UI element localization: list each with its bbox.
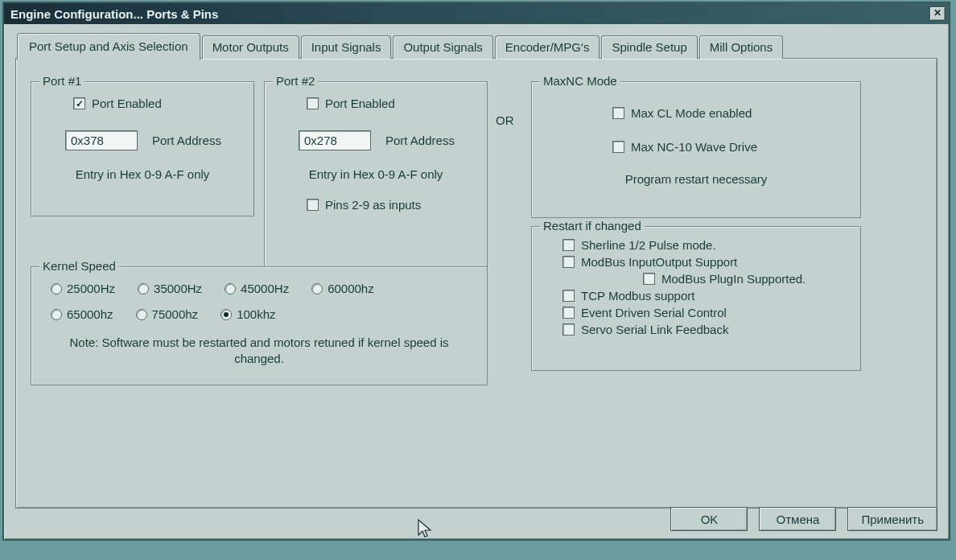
restart-sherline-label: Sherline 1/2 Pulse mode. bbox=[581, 238, 716, 252]
maxnc-wave-drive-row[interactable]: Max NC-10 Wave Drive bbox=[612, 140, 757, 154]
checkbox-icon bbox=[643, 273, 655, 285]
kernel-radio-75000[interactable]: 75000hz bbox=[136, 307, 199, 321]
groupbox-restart: Restart if changed Sherline 1/2 Pulse mo… bbox=[531, 226, 861, 371]
checkbox-icon bbox=[612, 107, 624, 119]
kernel-radio-100k[interactable]: 100khz bbox=[220, 307, 275, 321]
legend-kernel: Kernel Speed bbox=[39, 259, 119, 273]
port1-enabled-row[interactable]: ✓ Port Enabled bbox=[73, 97, 162, 110]
maxnc-wave-drive-label: Max NC-10 Wave Drive bbox=[631, 140, 757, 154]
restart-servo-serial-row[interactable]: Servo Serial Link Feedback bbox=[562, 323, 852, 336]
ok-button[interactable]: OK bbox=[670, 507, 748, 531]
checkbox-icon bbox=[612, 141, 624, 153]
legend-maxnc: MaxNC Mode bbox=[540, 74, 620, 88]
close-button[interactable]: ✕ bbox=[929, 6, 946, 21]
restart-tcp-modbus-label: TCP Modbus support bbox=[581, 289, 694, 303]
port2-address-label: Port Address bbox=[385, 134, 455, 147]
tab-row: Port Setup and Axis Selection Motor Outp… bbox=[17, 32, 937, 59]
maxnc-cl-mode-row[interactable]: Max CL Mode enabled bbox=[612, 106, 752, 120]
dialog-button-row: OK Отмена Применить bbox=[670, 507, 937, 531]
cancel-button[interactable]: Отмена bbox=[759, 507, 836, 531]
checkbox-icon bbox=[307, 199, 319, 211]
tab-port-setup[interactable]: Port Setup and Axis Selection bbox=[17, 33, 200, 60]
restart-modbus-io-label: ModBus InputOutput Support bbox=[581, 255, 737, 269]
checkbox-icon bbox=[562, 290, 575, 302]
checkbox-icon bbox=[562, 307, 575, 319]
dialog-window: Engine Configuration... Ports & Pins ✕ P… bbox=[2, 2, 950, 541]
radio-icon bbox=[51, 283, 62, 294]
legend-port2: Port #2 bbox=[273, 74, 318, 88]
groupbox-port2: Port #2 Port Enabled Port Address Entry … bbox=[264, 81, 488, 268]
port1-hex-hint: Entry in Hex 0-9 A-F only bbox=[31, 167, 253, 181]
radio-icon bbox=[220, 309, 232, 320]
restart-sherline-row[interactable]: Sherline 1/2 Pulse mode. bbox=[562, 238, 852, 252]
restart-modbus-io-row[interactable]: ModBus InputOutput Support bbox=[562, 255, 852, 269]
restart-event-serial-row[interactable]: Event Driven Serial Control bbox=[562, 306, 852, 319]
titlebar: Engine Configuration... Ports & Pins ✕ bbox=[4, 3, 949, 24]
tab-panel: Port #1 ✓ Port Enabled Port Address Entr… bbox=[15, 58, 937, 509]
kernel-radio-45000[interactable]: 45000Hz bbox=[225, 282, 289, 295]
tab-spindle-setup[interactable]: Spindle Setup bbox=[601, 35, 697, 59]
maxnc-restart-note: Program restart necessary bbox=[532, 172, 860, 186]
port2-enabled-row[interactable]: Port Enabled bbox=[307, 97, 395, 110]
or-label: OR bbox=[496, 113, 514, 127]
tab-encoder-mpg[interactable]: Encoder/MPG's bbox=[495, 35, 600, 59]
restart-modbus-plugin-row[interactable]: ModBus PlugIn Supported. bbox=[643, 272, 852, 286]
kernel-radio-60000[interactable]: 60000hz bbox=[311, 282, 374, 295]
radio-icon bbox=[138, 283, 149, 294]
port1-address-label: Port Address bbox=[152, 134, 221, 147]
groupbox-port1: Port #1 ✓ Port Enabled Port Address Entr… bbox=[31, 81, 254, 216]
maxnc-cl-mode-label: Max CL Mode enabled bbox=[631, 106, 752, 120]
groupbox-maxnc: MaxNC Mode Max CL Mode enabled Max NC-10… bbox=[531, 81, 861, 218]
restart-modbus-plugin-label: ModBus PlugIn Supported. bbox=[661, 272, 806, 286]
kernel-radio-35000[interactable]: 35000Hz bbox=[138, 282, 202, 295]
legend-port1: Port #1 bbox=[39, 74, 84, 88]
kernel-radio-25000[interactable]: 25000Hz bbox=[51, 282, 115, 295]
dialog-body: Port Setup and Axis Selection Motor Outp… bbox=[4, 24, 949, 539]
checkbox-icon bbox=[562, 239, 575, 251]
port2-enabled-label: Port Enabled bbox=[325, 97, 395, 110]
restart-servo-serial-label: Servo Serial Link Feedback bbox=[581, 323, 728, 336]
radio-icon bbox=[136, 309, 147, 320]
kernel-radio-65000[interactable]: 65000hz bbox=[51, 307, 113, 321]
port2-address-input[interactable] bbox=[299, 130, 371, 150]
window-title: Engine Configuration... Ports & Pins bbox=[10, 7, 218, 21]
checkbox-icon bbox=[562, 256, 575, 268]
checkbox-icon bbox=[307, 97, 319, 109]
port2-hex-hint: Entry in Hex 0-9 A-F only bbox=[265, 167, 487, 181]
legend-restart: Restart if changed bbox=[540, 219, 645, 233]
radio-icon bbox=[311, 283, 323, 294]
port1-address-input[interactable] bbox=[65, 130, 138, 150]
port2-pins-inputs-row[interactable]: Pins 2-9 as inputs bbox=[307, 198, 421, 212]
checkbox-icon: ✓ bbox=[73, 97, 85, 109]
port2-pins-inputs-label: Pins 2-9 as inputs bbox=[325, 198, 421, 212]
tab-output-signals[interactable]: Output Signals bbox=[393, 35, 492, 59]
port1-enabled-label: Port Enabled bbox=[92, 97, 162, 110]
radio-icon bbox=[225, 283, 236, 294]
apply-button[interactable]: Применить bbox=[847, 507, 937, 531]
tab-mill-options[interactable]: Mill Options bbox=[699, 35, 783, 59]
tab-input-signals[interactable]: Input Signals bbox=[301, 35, 392, 59]
checkbox-icon bbox=[562, 323, 575, 336]
radio-icon bbox=[51, 309, 62, 320]
restart-tcp-modbus-row[interactable]: TCP Modbus support bbox=[562, 289, 852, 303]
groupbox-kernel: Kernel Speed 25000Hz 35000Hz 45000Hz 600… bbox=[31, 266, 488, 385]
tab-motor-outputs[interactable]: Motor Outputs bbox=[202, 35, 299, 59]
kernel-note: Note: Software must be restarted and mot… bbox=[47, 335, 471, 368]
cursor-icon bbox=[417, 519, 435, 541]
restart-event-serial-label: Event Driven Serial Control bbox=[581, 306, 727, 319]
